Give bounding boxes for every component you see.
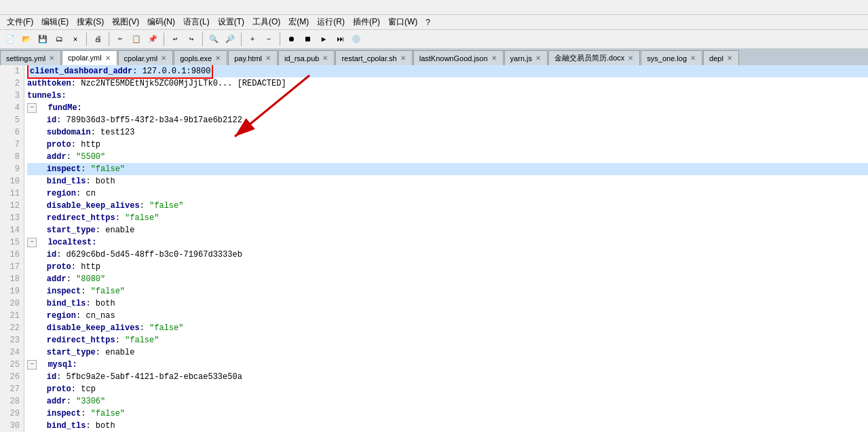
macro-save-button[interactable]: 💿 xyxy=(349,32,364,47)
menu-view[interactable]: 视图(V) xyxy=(108,15,143,29)
menu-search[interactable]: 搜索(S) xyxy=(73,15,108,29)
colon: : xyxy=(115,212,120,224)
tab-pay-html-4[interactable]: pay.html✕ xyxy=(228,50,278,65)
yaml-key: tunnels: xyxy=(27,90,67,102)
fold-marker[interactable]: − xyxy=(27,360,37,370)
yaml-key: bind_tls xyxy=(47,420,86,432)
indent xyxy=(27,151,47,163)
tab-close-4[interactable]: ✕ xyxy=(265,54,271,62)
indent xyxy=(27,200,47,212)
code-line-24: start_type: enable xyxy=(27,346,868,359)
menu-encode[interactable]: 编码(N) xyxy=(143,15,179,29)
yaml-key: start_type xyxy=(47,224,96,236)
colon: : xyxy=(71,261,76,273)
yaml-value-str: "false" xyxy=(120,334,159,346)
indent xyxy=(38,359,48,371)
tab-sys-one-log-10[interactable]: sys_one.log✕ xyxy=(641,50,702,65)
tab-close-1[interactable]: ✕ xyxy=(105,54,111,62)
menu-tools[interactable]: 工具(O) xyxy=(248,15,284,29)
macro-record-button[interactable]: ⏺ xyxy=(284,32,299,47)
close-button[interactable]: ✕ xyxy=(68,32,83,47)
menu-settings[interactable]: 设置(T) xyxy=(214,15,248,29)
menu-macro[interactable]: 宏(M) xyxy=(284,15,313,29)
macro-play-button[interactable]: ▶ xyxy=(316,32,331,47)
menu-help[interactable]: ? xyxy=(421,16,434,29)
line-number-15: 15 xyxy=(4,236,20,249)
copy-button[interactable]: 📋 xyxy=(129,32,144,47)
indent xyxy=(27,310,47,322)
tab-cpolar-yml-1[interactable]: cpolar.yml✕ xyxy=(62,50,117,65)
indent xyxy=(27,212,47,224)
cut-button[interactable]: ✂ xyxy=(113,32,128,47)
tab-restart-cpolar-sh-6[interactable]: restart_cpolar.sh✕ xyxy=(335,50,412,65)
tab-lastknowngood-json-7[interactable]: lastKnownGood.json✕ xyxy=(413,50,504,65)
tab-yarn-js-8[interactable]: yarn.js✕ xyxy=(504,50,548,65)
line-number-3: 3 xyxy=(4,90,20,102)
zoom-in-button[interactable]: + xyxy=(245,32,260,47)
code-line-11: region: cn xyxy=(27,187,868,200)
print-button[interactable]: 🖨 xyxy=(90,32,105,47)
line-number-12: 12 xyxy=(4,200,20,212)
tab-settings-yml-0[interactable]: settings.yml✕ xyxy=(0,50,61,65)
tab---------docx-9[interactable]: 金融交易员简历.docx✕ xyxy=(548,50,640,65)
undo-button[interactable]: ↩ xyxy=(168,32,183,47)
fold-marker[interactable]: − xyxy=(27,238,37,247)
indent xyxy=(27,285,47,298)
tab-close-10[interactable]: ✕ xyxy=(690,54,696,62)
code-line-8: addr: "5500" xyxy=(27,151,868,163)
fold-marker[interactable]: − xyxy=(27,103,37,113)
code-line-30: bind_tls: both xyxy=(27,420,868,432)
yaml-key: addr xyxy=(47,273,67,285)
menu-lang[interactable]: 语言(L) xyxy=(179,15,214,29)
tab-cpolar-yml-2[interactable]: cpolar.yml✕ xyxy=(118,50,174,65)
code-line-22: disable_keep_alives: "false" xyxy=(27,322,868,334)
line-number-21: 21 xyxy=(4,310,20,322)
indent xyxy=(27,383,47,395)
new-button[interactable]: 📄 xyxy=(3,32,18,47)
yaml-value-plain: both xyxy=(91,175,115,187)
find-replace-button[interactable]: 🔎 xyxy=(223,32,238,47)
find-button[interactable]: 🔍 xyxy=(206,32,221,47)
redo-button[interactable]: ↪ xyxy=(184,32,199,47)
yaml-key: disable_keep_alives xyxy=(47,322,140,334)
colon: : xyxy=(76,310,81,322)
tab-close-9[interactable]: ✕ xyxy=(627,54,634,62)
macro-stop-button[interactable]: ⏹ xyxy=(300,32,315,47)
highlighted-content: client_dashboard_addr: 127.0.0.1:9800 xyxy=(27,65,213,79)
open-button[interactable]: 📂 xyxy=(19,32,34,47)
tab-close-3[interactable]: ✕ xyxy=(214,54,221,62)
tab-close-6[interactable]: ✕ xyxy=(400,54,407,62)
tab-close-11[interactable]: ✕ xyxy=(726,54,733,62)
yaml-key: addr xyxy=(47,151,67,163)
indent xyxy=(27,126,47,139)
tab-bar: settings.yml✕cpolar.yml✕cpolar.yml✕gopls… xyxy=(0,49,868,65)
save-button[interactable]: 💾 xyxy=(35,32,50,47)
line-number-18: 18 xyxy=(4,273,20,285)
line-number-13: 13 xyxy=(4,212,20,224)
tab-depl-11[interactable]: depl✕ xyxy=(703,50,739,65)
line-number-5: 5 xyxy=(4,114,20,126)
tab-close-0[interactable]: ✕ xyxy=(48,54,55,62)
tab-close-7[interactable]: ✕ xyxy=(491,54,497,62)
menu-plugins[interactable]: 插件(P) xyxy=(349,15,384,29)
tab-gopls-exe-3[interactable]: gopls.exe✕ xyxy=(174,50,227,65)
menu-run[interactable]: 运行(R) xyxy=(313,15,349,29)
code-line-21: region: cn_nas xyxy=(27,310,868,322)
macro-next-button[interactable]: ⏭ xyxy=(333,32,347,47)
zoom-out-button[interactable]: − xyxy=(261,32,276,47)
tab-label: depl xyxy=(709,54,723,62)
paste-button[interactable]: 📌 xyxy=(145,32,160,47)
code-line-27: proto: tcp xyxy=(27,383,868,395)
tab-id-rsa-pub-5[interactable]: id_rsa.pub✕ xyxy=(278,50,335,65)
save-all-button[interactable]: 🗂 xyxy=(52,32,67,47)
menu-file[interactable]: 文件(F) xyxy=(3,15,37,29)
tab-close-2[interactable]: ✕ xyxy=(160,54,167,62)
line-number-29: 29 xyxy=(4,408,20,420)
code-content[interactable]: client_dashboard_addr: 127.0.0.1:9800aut… xyxy=(24,65,868,432)
menu-edit[interactable]: 编辑(E) xyxy=(37,15,73,29)
tab-close-5[interactable]: ✕ xyxy=(322,54,328,62)
tab-close-8[interactable]: ✕ xyxy=(535,54,542,62)
menu-window[interactable]: 窗口(W) xyxy=(384,15,421,29)
yaml-value-plain: test123 xyxy=(96,126,135,139)
tab-label: sys_one.log xyxy=(647,54,687,62)
